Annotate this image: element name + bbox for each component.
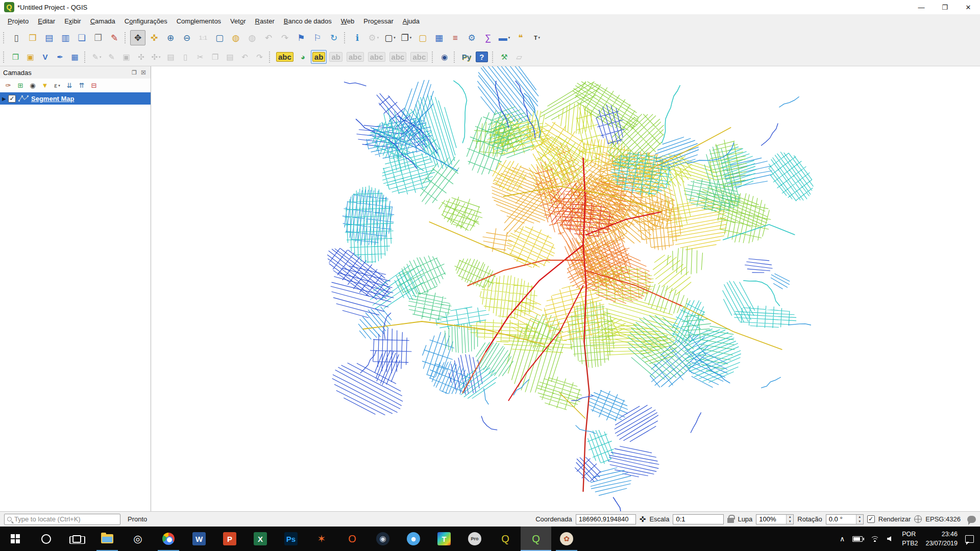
menu-processar[interactable]: Processar xyxy=(359,15,398,27)
taskbar-powerpoint[interactable]: P xyxy=(214,527,245,551)
spinner-arrows[interactable]: ▲▼ xyxy=(786,515,793,524)
pan-map-button[interactable]: ✥ xyxy=(130,30,145,45)
text-annotation-button[interactable]: T▾ xyxy=(529,30,545,45)
open-project-button[interactable]: ❒ xyxy=(25,30,40,45)
menu-banco-de-dados[interactable]: Banco de dados xyxy=(279,15,336,27)
help-contents-button[interactable]: ? xyxy=(474,50,489,64)
select-by-form-button[interactable]: ❐▾ xyxy=(399,30,414,45)
lock-scale-icon[interactable] xyxy=(727,518,734,523)
map-tips-button[interactable]: ❝ xyxy=(513,30,528,45)
filter-legend-button[interactable]: ▼ xyxy=(39,80,51,91)
zoom-full-button[interactable]: ▢ xyxy=(212,30,227,45)
taskbar-cortana[interactable] xyxy=(31,527,61,551)
show-bookmarks-button[interactable]: ⚐ xyxy=(310,30,325,45)
expand-arrow-icon[interactable]: ▶ xyxy=(2,96,8,102)
magnifier-input[interactable] xyxy=(756,515,786,524)
zoom-out-button[interactable]: ⊖ xyxy=(179,30,194,45)
save-project-as-button[interactable]: ▥ xyxy=(58,30,73,45)
refresh-map-button[interactable]: ↻ xyxy=(326,30,341,45)
data-source-manager-button[interactable]: ❒ xyxy=(9,50,22,64)
close-panel-icon[interactable]: ☒ xyxy=(139,69,148,76)
taskbar-chrome[interactable] xyxy=(153,527,184,551)
taskbar-file-explorer[interactable] xyxy=(92,527,122,551)
taskbar-excel[interactable]: X xyxy=(245,527,276,551)
menu-ajuda[interactable]: Ajuda xyxy=(398,15,424,27)
menu-raster[interactable]: Raster xyxy=(250,15,279,27)
menu-exibir[interactable]: Exibir xyxy=(60,15,86,27)
save-project-button[interactable]: ▤ xyxy=(41,30,57,45)
taskbar-qgis-3[interactable]: Q xyxy=(521,527,551,551)
statistics-panel-button[interactable]: ∑ xyxy=(480,30,496,45)
rotation-input[interactable] xyxy=(826,515,856,524)
osm-place-search-button[interactable]: ⚒ xyxy=(498,50,511,64)
locator-search[interactable] xyxy=(4,514,120,525)
collapse-all-button[interactable]: ⇈ xyxy=(76,80,87,91)
expand-all-button[interactable]: ⇊ xyxy=(64,80,75,91)
measure-line-button[interactable]: ▬▾ xyxy=(497,30,512,45)
identify-features-button[interactable]: ℹ xyxy=(350,30,365,45)
scale-combobox[interactable]: ▼ xyxy=(673,514,724,524)
new-geopackage-layer-button[interactable]: ▣ xyxy=(23,50,37,64)
close-button[interactable]: ✕ xyxy=(957,0,980,14)
open-attribute-table-button[interactable]: ▦ xyxy=(431,30,447,45)
menu-vetor[interactable]: Vetor xyxy=(226,15,250,27)
layer-visibility-checkbox[interactable]: ✓ xyxy=(8,95,16,103)
coordinate-input[interactable] xyxy=(576,514,636,524)
taskbar-task-view[interactable] xyxy=(61,527,92,551)
menu-web[interactable]: Web xyxy=(336,15,359,27)
globe-crs-icon[interactable] xyxy=(914,515,922,523)
action-center-icon[interactable] xyxy=(965,535,974,543)
battery-icon[interactable] xyxy=(852,536,863,542)
open-layer-styling-button[interactable]: ✑ xyxy=(3,80,14,91)
taskbar-photoshop[interactable]: Ps xyxy=(276,527,306,551)
rotation-spinbox[interactable]: ▲▼ xyxy=(826,514,864,524)
pan-to-selection-button[interactable]: ✜ xyxy=(146,30,162,45)
extents-icon[interactable]: ✜ xyxy=(640,515,646,524)
magnifier-spinbox[interactable]: ▲▼ xyxy=(756,514,794,524)
taskbar-paint-app[interactable]: ✿ xyxy=(551,527,582,551)
new-bookmark-button[interactable]: ⚑ xyxy=(293,30,309,45)
style-manager-button[interactable]: ✎ xyxy=(107,30,122,45)
taskbar-origin[interactable]: O xyxy=(337,527,368,551)
layer-diagram-options-button[interactable]: ◕ xyxy=(296,50,310,64)
tray-expand-icon[interactable]: ∧ xyxy=(840,535,845,543)
taskbar-game-claw[interactable]: ✶ xyxy=(306,527,337,551)
zoom-in-button[interactable]: ⊕ xyxy=(163,30,178,45)
new-spatialite-layer-button[interactable]: ✒ xyxy=(53,50,67,64)
taskbar-arcgis-pro[interactable]: Pro xyxy=(459,527,490,551)
add-group-button[interactable]: ⊞ xyxy=(15,80,26,91)
language-indicator[interactable]: POR PTB2 xyxy=(902,530,918,548)
layer-item-segment-map[interactable]: ▶ ✓ Segment Map xyxy=(0,92,151,105)
filter-by-expression-button[interactable]: ε▾ xyxy=(52,80,63,91)
taskbar-start[interactable] xyxy=(0,527,31,551)
spinner-arrows[interactable]: ▲▼ xyxy=(856,515,863,524)
layer-labeling-options-button[interactable]: abc xyxy=(275,50,295,64)
menu-complementos[interactable]: Complementos xyxy=(172,15,226,27)
scale-input[interactable] xyxy=(673,515,768,523)
menu-editar[interactable]: Editar xyxy=(33,15,60,27)
locator-input[interactable] xyxy=(14,515,117,523)
menu-configuracoes[interactable]: Configurações xyxy=(120,15,172,27)
deselect-features-button[interactable]: ▢ xyxy=(415,30,430,45)
taskbar-qgis-2[interactable]: Q xyxy=(490,527,521,551)
processing-toolbox-button[interactable]: ⚙ xyxy=(464,30,479,45)
menu-projeto[interactable]: Projeto xyxy=(3,15,33,27)
python-console-button[interactable]: Py xyxy=(459,50,473,64)
taskbar-gog-galaxy[interactable]: ◎ xyxy=(122,527,153,551)
new-print-layout-button[interactable]: ❏ xyxy=(74,30,89,45)
restore-button[interactable]: ❐ xyxy=(933,0,957,14)
wifi-icon[interactable] xyxy=(870,536,879,542)
remove-layer-button[interactable]: ⊟ xyxy=(88,80,100,91)
new-shapefile-layer-button[interactable]: V xyxy=(38,50,52,64)
zoom-to-layer-button[interactable]: ◍ xyxy=(228,30,243,45)
pin-labels-button[interactable]: ab xyxy=(311,50,327,64)
clock[interactable]: 23:46 23/07/2019 xyxy=(925,530,958,548)
taskbar-word[interactable]: W xyxy=(184,527,214,551)
taskbar-steam[interactable]: ◉ xyxy=(368,527,398,551)
select-features-button[interactable]: ▢▾ xyxy=(382,30,398,45)
messages-icon[interactable] xyxy=(967,516,976,523)
map-canvas[interactable] xyxy=(151,66,980,511)
metasearch-button[interactable]: ◉ xyxy=(437,50,451,64)
field-calculator-button[interactable]: ≡ xyxy=(448,30,463,45)
layout-manager-button[interactable]: ❐ xyxy=(90,30,106,45)
